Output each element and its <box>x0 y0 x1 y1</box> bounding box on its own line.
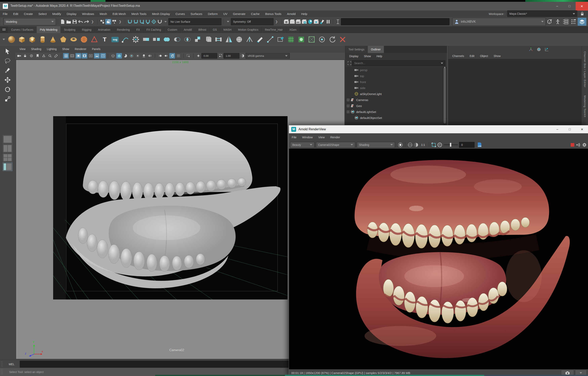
outliner-menu-show[interactable]: Show <box>361 55 374 58</box>
grid-toggle-icon[interactable] <box>63 53 69 59</box>
lock-camera-icon[interactable] <box>22 53 28 59</box>
outliner-item-top[interactable]: top <box>345 73 447 79</box>
panel-menu-panels[interactable]: Panels <box>89 47 103 51</box>
arnold-minimize-button[interactable]: – <box>551 125 564 133</box>
arnold-close-button[interactable]: ✕ <box>576 125 588 133</box>
shelf-tab-fx-caching[interactable]: FX Caching <box>143 26 164 33</box>
snap-projected-center-icon[interactable] <box>145 19 151 24</box>
channel-speed-icon[interactable] <box>536 47 542 52</box>
attribute-editor-toggle-icon[interactable] <box>562 19 570 24</box>
sweep-mesh-icon[interactable] <box>121 35 130 44</box>
gamma-icon[interactable] <box>218 53 223 59</box>
outliner-filter-icon[interactable] <box>347 60 352 66</box>
camera-attributes-icon[interactable] <box>29 53 34 59</box>
tab-outliner[interactable]: Outliner <box>368 46 384 53</box>
pause-icon[interactable] <box>325 19 331 24</box>
make-live-icon[interactable] <box>151 19 157 24</box>
channel-menu-object[interactable]: Object <box>477 55 491 58</box>
exposure-slider[interactable] <box>444 144 458 145</box>
boolean-union-icon[interactable] <box>162 35 171 44</box>
outliner-scrollbar[interactable] <box>443 67 447 127</box>
render-camera-dropdown[interactable]: Camera02Shape <box>316 142 355 148</box>
minimize-button[interactable]: – <box>551 2 563 11</box>
resolution-gate-icon[interactable] <box>75 53 81 59</box>
shelf-collapse-icon[interactable] <box>1 37 6 42</box>
panel-menu-show[interactable]: Show <box>60 47 72 51</box>
menu-cache[interactable]: Cache <box>248 12 262 16</box>
tab-modeling-toolkit[interactable]: Modeling Toolkit <box>583 95 586 117</box>
boolean-intersect-icon[interactable] <box>183 35 192 44</box>
symmetry-chevron-icon[interactable] <box>227 21 229 22</box>
bevel-icon[interactable] <box>204 35 213 44</box>
expand-group-icon[interactable]: ❯ <box>273 19 280 24</box>
shelf-tab-mash[interactable]: MASH <box>220 26 235 33</box>
panel-menu-lighting[interactable]: Lighting <box>44 47 59 51</box>
two-d-pan-zoom-icon[interactable] <box>47 53 53 59</box>
poly-cube-icon[interactable] <box>17 35 26 44</box>
arnold-titlebar[interactable]: M Arnold RenderView – □ ✕ <box>289 125 588 133</box>
shelf-tab-rigging[interactable]: Rigging <box>79 26 95 33</box>
alpha-channel-icon[interactable] <box>413 142 419 148</box>
outliner-item-defaultobjectset[interactable]: defaultObjectSet <box>345 115 447 121</box>
select-component-icon[interactable] <box>111 19 117 24</box>
view-transform-icon[interactable] <box>240 53 245 59</box>
humanik-toggle-icon[interactable] <box>554 19 562 24</box>
film-gate-icon[interactable] <box>69 53 75 59</box>
command-line-grip[interactable] <box>1 361 3 367</box>
quad-draw-icon[interactable] <box>276 35 285 44</box>
light-editor-icon[interactable] <box>313 19 319 24</box>
log-display-icon[interactable]: LOG <box>477 142 483 148</box>
aov-dropdown[interactable]: Beauty <box>290 142 315 148</box>
tab-tool-settings[interactable]: Tool Settings <box>345 46 368 53</box>
uv-grid-a-icon[interactable] <box>286 35 295 44</box>
menu-mesh[interactable]: Mesh <box>97 12 110 16</box>
outliner-menu-help[interactable]: Help <box>374 55 385 58</box>
separate-icon[interactable] <box>152 35 161 44</box>
snap-grid-icon[interactable] <box>127 19 133 24</box>
workspace-dropdown[interactable]: Maya Classic* <box>507 10 577 17</box>
panel-menu-view[interactable]: View <box>17 47 28 51</box>
shelf-tab-xgen[interactable]: XGen <box>286 26 300 33</box>
shelf-tab-motion-graphics[interactable]: Motion Graphics <box>235 26 262 33</box>
svg-tool-icon[interactable]: svg <box>110 35 120 44</box>
outliner-item-side[interactable]: side <box>345 85 447 91</box>
arnold-render-area[interactable] <box>289 149 588 369</box>
image-plane-icon[interactable] <box>41 53 47 59</box>
viewport-gamma-field[interactable]: 1.00 <box>223 53 239 59</box>
depth-of-field-icon[interactable] <box>163 53 169 59</box>
exposure-toggle-icon[interactable] <box>176 53 181 59</box>
view-transform-dropdown[interactable]: sRGB gamma <box>246 53 290 59</box>
channel-menu-show[interactable]: Show <box>491 55 504 58</box>
shelf-tab-curves-surfaces[interactable]: Curves / Surfaces <box>8 26 37 33</box>
motion-blur-icon[interactable] <box>157 53 163 59</box>
snap-point-icon[interactable] <box>139 19 145 24</box>
menu-windows[interactable]: Windows <box>79 12 97 16</box>
shelf-tab-poly-modeling[interactable]: Poly Modeling <box>37 26 61 33</box>
zoom-ratio-button[interactable]: 1:1 <box>419 142 427 148</box>
outliner-menu-display[interactable]: Display <box>346 55 361 58</box>
channel-graph-icon[interactable] <box>544 47 550 52</box>
outliner-item-aiskydomelight[interactable]: aiSkyDomeLight <box>345 91 447 97</box>
combine-icon[interactable] <box>141 35 151 44</box>
crease-icon[interactable] <box>245 35 254 44</box>
poly-prism-icon[interactable] <box>90 35 99 44</box>
menu-arnold[interactable]: Arnold <box>284 12 298 16</box>
hypershade-icon[interactable] <box>307 19 313 24</box>
outliner-item-cameras[interactable]: Cameras <box>345 97 447 103</box>
rgb-channels-icon[interactable]: RGB <box>407 142 413 148</box>
abort-render-icon[interactable] <box>569 142 576 148</box>
bookmark-icon[interactable] <box>35 53 40 59</box>
gear-primitive-icon[interactable] <box>131 35 140 44</box>
scroll-up-icon[interactable] <box>444 66 446 68</box>
smooth-icon[interactable] <box>235 35 244 44</box>
menu-file[interactable]: File <box>0 12 10 16</box>
menu-curves[interactable]: Curves <box>173 12 188 16</box>
arnold-menu-render[interactable]: Render <box>327 135 343 139</box>
panel-menu-shading[interactable]: Shading <box>28 47 44 51</box>
ipr-updates-icon[interactable] <box>576 142 581 148</box>
type-tool-icon[interactable]: T <box>100 35 109 44</box>
poly-cone-icon[interactable] <box>48 35 58 44</box>
exposure-slider-handle[interactable] <box>450 143 451 147</box>
menu-modify[interactable]: Modify <box>50 12 64 16</box>
outliner-search-input[interactable]: Search... <box>352 60 445 66</box>
